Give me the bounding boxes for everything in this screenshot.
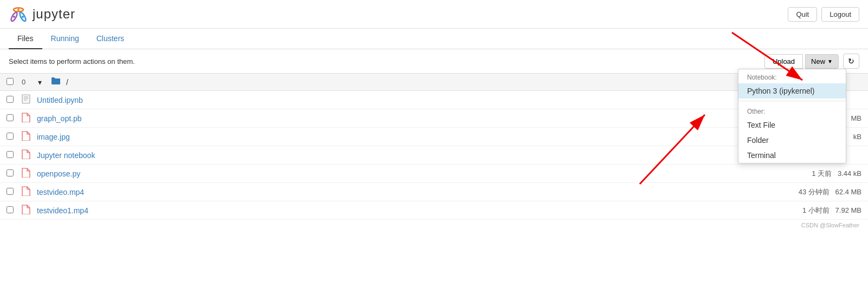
svg-point-3: [17, 9, 20, 11]
tab-running[interactable]: Running: [42, 29, 88, 49]
toolbar-right: Upload New ▼ ↻ Notebook: Python 3 (ipyke…: [764, 54, 859, 69]
row-checkbox[interactable]: [7, 114, 14, 121]
dropdown-divider: [738, 101, 846, 101]
quit-button[interactable]: Quit: [788, 7, 817, 22]
file-icon: [22, 149, 34, 161]
new-dropdown-menu: Notebook: Python 3 (ipykernel) Other: Te…: [738, 69, 846, 163]
footer-credit: CSDN @SlowFeather: [801, 222, 859, 228]
refresh-button[interactable]: ↻: [843, 54, 859, 69]
python-kernel-option[interactable]: Python 3 (ipykernel): [738, 83, 846, 99]
row-checkbox[interactable]: [7, 206, 14, 213]
file-icon: [22, 186, 34, 198]
file-meta: 1 天前 3.44 kB: [796, 169, 861, 179]
row-checkbox-col[interactable]: [7, 114, 22, 123]
jupyter-logo-icon: [9, 4, 28, 24]
svg-point-5: [22, 16, 24, 18]
tabs-bar: Files Running Clusters: [0, 29, 868, 49]
header-buttons: Quit Logout: [788, 7, 859, 22]
tab-clusters[interactable]: Clusters: [88, 29, 133, 49]
table-row: testvideo.mp4 43 分钟前 62.4 MB: [0, 183, 868, 201]
row-checkbox-col[interactable]: [7, 188, 22, 196]
row-checkbox[interactable]: [7, 96, 14, 103]
toolbar: Select items to perform actions on them.…: [0, 49, 868, 73]
file-name[interactable]: testvideo1.mp4: [37, 206, 796, 215]
new-button[interactable]: New ▼: [805, 54, 839, 69]
file-name[interactable]: Untitled.ipynb: [37, 96, 796, 104]
logout-button[interactable]: Logout: [821, 7, 859, 22]
row-checkbox[interactable]: [7, 151, 14, 158]
upload-button[interactable]: Upload: [764, 54, 803, 69]
row-checkbox-col[interactable]: [7, 151, 22, 160]
file-meta: 43 分钟前 62.4 MB: [796, 187, 861, 197]
row-checkbox[interactable]: [7, 169, 14, 176]
logo-text: jupyter: [33, 6, 75, 22]
row-checkbox-col[interactable]: [7, 206, 22, 215]
table-row: openpose.py 1 天前 3.44 kB: [0, 165, 868, 183]
file-icon: [22, 168, 34, 179]
row-checkbox[interactable]: [7, 133, 14, 140]
file-name[interactable]: openpose.py: [37, 169, 796, 178]
row-checkbox[interactable]: [7, 188, 14, 195]
svg-rect-6: [22, 95, 30, 103]
terminal-option[interactable]: Terminal: [738, 148, 846, 163]
path-label: /: [66, 78, 805, 87]
new-dropdown-caret: ▼: [827, 58, 833, 64]
file-name[interactable]: Jupyter notebook: [37, 151, 796, 160]
row-checkbox-col[interactable]: [7, 169, 22, 178]
text-file-option[interactable]: Text File: [738, 117, 846, 133]
footer: CSDN @SlowFeather: [0, 220, 868, 231]
folder-nav-icon: [51, 77, 62, 87]
file-name[interactable]: graph_opt.pb: [37, 114, 796, 123]
file-icon: [22, 205, 34, 216]
tab-files[interactable]: Files: [9, 29, 42, 49]
notebook-section-label: Notebook:: [738, 69, 846, 83]
toolbar-hint: Select items to perform actions on them.: [9, 57, 135, 65]
file-count: 0: [22, 78, 38, 86]
sort-dropdown-icon[interactable]: ▾: [38, 78, 51, 87]
file-icon: [22, 113, 34, 124]
file-icon: [22, 94, 34, 106]
row-checkbox-col[interactable]: [7, 133, 22, 141]
file-meta: 1 小时前 7.92 MB: [796, 206, 861, 215]
file-name[interactable]: testvideo.mp4: [37, 188, 796, 196]
folder-option[interactable]: Folder: [738, 133, 846, 148]
table-row: testvideo1.mp4 1 小时前 7.92 MB: [0, 201, 868, 220]
new-button-label: New: [811, 57, 825, 65]
select-all-checkbox[interactable]: [7, 78, 14, 85]
logo: jupyter: [9, 4, 75, 24]
other-section-label: Other:: [738, 103, 846, 117]
svg-point-4: [13, 16, 15, 18]
file-name[interactable]: image.jpg: [37, 133, 796, 141]
row-checkbox-col[interactable]: [7, 96, 22, 104]
file-icon: [22, 131, 34, 142]
header: jupyter Quit Logout: [0, 0, 868, 29]
select-all-checkbox-col[interactable]: [7, 78, 22, 87]
